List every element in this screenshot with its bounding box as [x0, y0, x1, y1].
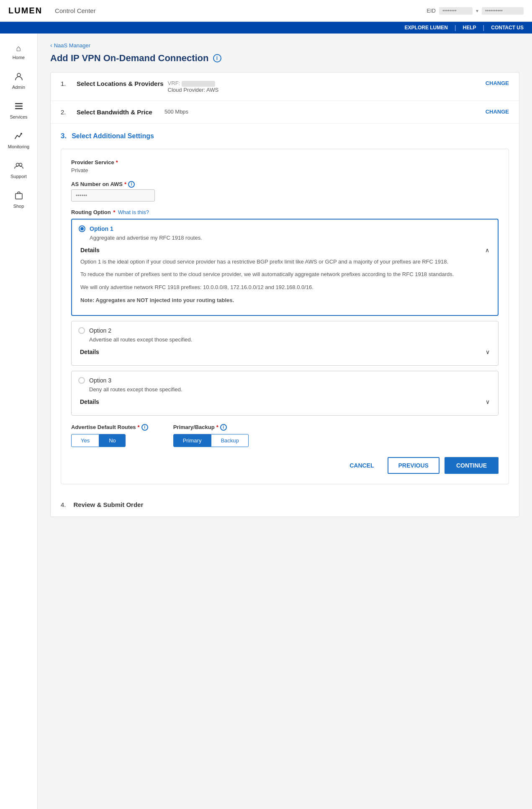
sidebar-label-home: Home — [13, 55, 25, 60]
primary-button[interactable]: Primary — [173, 434, 211, 447]
step2-number: 2. — [61, 109, 69, 116]
as-number-group: AS Number on AWS * i — [71, 181, 499, 202]
step4-number: 4. — [61, 501, 66, 508]
advertise-no-button[interactable]: No — [99, 434, 126, 447]
option3-box: Option 3 Deny all routes except those sp… — [71, 371, 499, 416]
routing-option-label: Routing Option * What is this? — [71, 209, 499, 215]
step1-cloud-provider: Cloud Provider: AWS — [168, 87, 486, 93]
app-name: Control Center — [55, 7, 96, 14]
step3-header: 3. Select Additional Settings — [61, 132, 509, 140]
option3-details-toggle[interactable]: Details ∨ — [78, 398, 491, 405]
admin-icon — [14, 72, 23, 83]
step2-title: Select Bandwidth & Price — [77, 109, 160, 116]
option1-details-title: Details — [80, 247, 100, 253]
page-title: Add IP VPN On-Demand Connection i — [50, 53, 519, 64]
step1-title: Select Locations & Providers — [77, 80, 164, 87]
steps-card: 1. Select Locations & Providers VRF: Clo… — [50, 72, 519, 517]
chevron-up-icon: ∧ — [485, 247, 489, 253]
option2-box: Option 2 Advertise all routes except tho… — [71, 321, 499, 366]
primary-backup-label: Primary/Backup * i — [173, 424, 249, 431]
option1-box: Option 1 Aggregate and advertise my RFC … — [71, 219, 499, 316]
required-star-1: * — [116, 159, 118, 165]
help-link[interactable]: HELP — [463, 25, 476, 31]
vrf-value — [182, 81, 215, 87]
sidebar-label-monitoring: Monitoring — [8, 144, 29, 149]
as-number-label: AS Number on AWS * i — [71, 181, 499, 188]
option3-description: Deny all routes except those specified. — [89, 386, 491, 393]
sidebar-item-home[interactable]: ⌂ Home — [0, 38, 37, 66]
chevron-down-icon-2: ∨ — [486, 349, 490, 355]
option2-description: Advertise all routes except those specif… — [89, 336, 491, 343]
svg-point-4 — [21, 133, 22, 134]
svg-rect-3 — [15, 108, 23, 109]
breadcrumb-text: NaaS Manager — [54, 42, 90, 49]
option1-description: Aggregate and advertise my RFC 1918 rout… — [90, 235, 491, 241]
option2-name: Option 2 — [89, 327, 111, 334]
step1-row: 1. Select Locations & Providers VRF: Clo… — [51, 72, 519, 101]
contact-us-link[interactable]: CONTACT US — [491, 25, 524, 31]
advertise-label: Advertise Default Routes * i — [71, 424, 148, 431]
option2-details-title: Details — [80, 349, 99, 355]
step2-change-button[interactable]: CHANGE — [486, 109, 509, 115]
utility-bar: EXPLORE LUMEN | HELP | CONTACT US — [0, 22, 532, 34]
continue-button[interactable]: CONTINUE — [445, 457, 499, 474]
cancel-button[interactable]: CANCEL — [341, 457, 382, 474]
svg-rect-2 — [15, 106, 23, 107]
advertise-yes-button[interactable]: Yes — [71, 434, 99, 447]
sidebar-item-admin[interactable]: Admin — [0, 66, 37, 96]
chevron-down-icon-3: ∨ — [486, 398, 490, 405]
monitoring-icon — [14, 131, 23, 142]
step1-number: 1. — [61, 80, 69, 87]
sidebar-label-shop: Shop — [13, 204, 24, 209]
option3-radio[interactable] — [78, 377, 85, 384]
eid-dropdown[interactable]: ▾ — [476, 8, 478, 14]
eid-label: EID — [427, 8, 436, 14]
option2-radio[interactable] — [78, 327, 85, 334]
primary-backup-toggle: Primary Backup — [173, 434, 249, 447]
as-number-input[interactable] — [71, 189, 155, 202]
sidebar-item-monitoring[interactable]: Monitoring — [0, 125, 37, 155]
option2-header[interactable]: Option 2 — [78, 327, 491, 334]
back-arrow-icon: ‹ — [50, 42, 52, 49]
breadcrumb[interactable]: ‹ NaaS Manager — [50, 42, 519, 49]
option3-header[interactable]: Option 3 — [78, 377, 491, 384]
required-star-2: * — [124, 181, 126, 187]
step4-row: 4. Review & Submit Order — [51, 493, 519, 517]
svg-point-5 — [16, 163, 19, 166]
step3-form: Provider Service * Private AS Number on … — [61, 149, 509, 484]
user-value: •••••••••• — [482, 7, 524, 15]
step2-row: 2. Select Bandwidth & Price 500 Mbps CHA… — [51, 101, 519, 124]
top-nav-right: EID •••••••• ▾ •••••••••• — [427, 7, 524, 15]
what-is-this-link[interactable]: What is this? — [118, 209, 149, 215]
option1-radio[interactable] — [79, 225, 85, 232]
page-info-icon[interactable]: i — [213, 54, 221, 62]
home-icon: ⌂ — [16, 44, 21, 53]
option3-details-title: Details — [80, 398, 99, 405]
svg-rect-7 — [15, 194, 22, 199]
action-buttons: CANCEL PREVIOUS CONTINUE — [71, 457, 499, 474]
option1-header[interactable]: Option 1 — [79, 225, 491, 232]
provider-service-value: Private — [71, 167, 499, 173]
sidebar-item-support[interactable]: Support — [0, 155, 37, 185]
routing-option-group: Routing Option * What is this? Option 1 … — [71, 209, 499, 416]
as-number-info-icon[interactable]: i — [128, 181, 135, 188]
backup-button[interactable]: Backup — [211, 434, 248, 447]
sidebar-item-services[interactable]: Services — [0, 96, 37, 125]
sidebar-item-shop[interactable]: Shop — [0, 185, 37, 215]
step4-title: Review & Submit Order — [74, 501, 144, 508]
explore-lumen-link[interactable]: EXPLORE LUMEN — [405, 25, 448, 31]
option1-details-toggle[interactable]: Details ∧ — [79, 247, 491, 253]
advertise-group: Advertise Default Routes * i Yes No — [71, 424, 148, 447]
advertise-info-icon[interactable]: i — [141, 424, 148, 431]
option2-details-toggle[interactable]: Details ∨ — [78, 349, 491, 355]
svg-rect-1 — [15, 103, 23, 104]
step2-bandwidth: 500 Mbps — [164, 109, 188, 115]
previous-button[interactable]: PREVIOUS — [388, 457, 439, 474]
primary-backup-required: * — [216, 424, 218, 430]
bottom-fields: Advertise Default Routes * i Yes No — [71, 424, 499, 447]
services-icon — [14, 101, 23, 113]
required-star-3: * — [113, 209, 116, 215]
primary-backup-info-icon[interactable]: i — [220, 424, 227, 431]
option1-details-content: Option 1 is the ideal option if your clo… — [79, 258, 491, 305]
step1-change-button[interactable]: CHANGE — [486, 80, 509, 86]
